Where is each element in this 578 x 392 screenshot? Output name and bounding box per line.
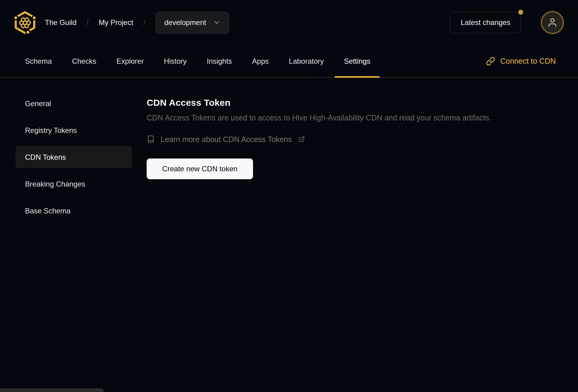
connect-to-cdn-label: Connect to CDN xyxy=(500,57,556,66)
page-title: CDN Access Token xyxy=(147,97,578,109)
breadcrumb-separator: / xyxy=(143,18,145,27)
latest-changes-button[interactable]: Latest changes xyxy=(450,12,521,33)
external-link-icon xyxy=(298,136,305,142)
notification-dot xyxy=(518,10,523,15)
chevron-down-icon xyxy=(213,19,221,27)
page-description: CDN Access Tokens are used to access to … xyxy=(147,113,578,122)
book-icon xyxy=(147,135,155,143)
top-bar: The Guild / My Project / development Lat… xyxy=(0,0,578,45)
tab-apps[interactable]: Apps xyxy=(243,45,278,77)
tab-explorer[interactable]: Explorer xyxy=(107,45,153,77)
hive-honeycomb-icon xyxy=(14,11,36,34)
target-selector-dropdown[interactable]: development xyxy=(155,12,229,34)
learn-more-label: Learn more about CDN Access Tokens xyxy=(161,135,292,143)
tab-history[interactable]: History xyxy=(155,45,196,77)
user-icon xyxy=(547,17,558,28)
breadcrumb-project[interactable]: My Project xyxy=(99,18,133,27)
latest-changes-label: Latest changes xyxy=(461,18,510,27)
learn-more-link[interactable]: Learn more about CDN Access Tokens xyxy=(147,135,305,143)
settings-sidebar: General Registry Tokens CDN Tokens Break… xyxy=(0,78,147,226)
tab-schema[interactable]: Schema xyxy=(16,45,61,77)
sidebar-item-registry-tokens[interactable]: Registry Tokens xyxy=(16,119,132,141)
topbar-right: Latest changes xyxy=(450,11,564,34)
tab-checks[interactable]: Checks xyxy=(63,45,105,77)
connect-to-cdn-link[interactable]: Connect to CDN xyxy=(486,45,556,77)
main-content: CDN Access Token CDN Access Tokens are u… xyxy=(147,78,578,226)
link-icon xyxy=(486,57,495,66)
tabs-bar: Schema Checks Explorer History Insights … xyxy=(0,45,578,78)
target-selector-value: development xyxy=(164,18,206,27)
sidebar-item-base-schema[interactable]: Base Schema xyxy=(16,200,132,222)
sidebar-item-general[interactable]: General xyxy=(16,92,132,115)
breadcrumb-org[interactable]: The Guild xyxy=(45,18,77,27)
sidebar-item-breaking-changes[interactable]: Breaking Changes xyxy=(16,173,132,195)
create-cdn-token-button[interactable]: Create new CDN token xyxy=(147,159,253,179)
hive-logo[interactable] xyxy=(14,11,36,34)
bottom-partial-panel xyxy=(0,388,104,392)
sidebar-item-cdn-tokens[interactable]: CDN Tokens xyxy=(16,146,132,168)
breadcrumb: The Guild / My Project / development xyxy=(45,12,229,34)
breadcrumb-separator: / xyxy=(87,18,89,27)
tab-settings[interactable]: Settings xyxy=(335,45,380,77)
page-body: General Registry Tokens CDN Tokens Break… xyxy=(0,78,578,226)
tab-laboratory[interactable]: Laboratory xyxy=(280,45,333,77)
tab-insights[interactable]: Insights xyxy=(198,45,241,77)
user-avatar-button[interactable] xyxy=(541,11,564,34)
